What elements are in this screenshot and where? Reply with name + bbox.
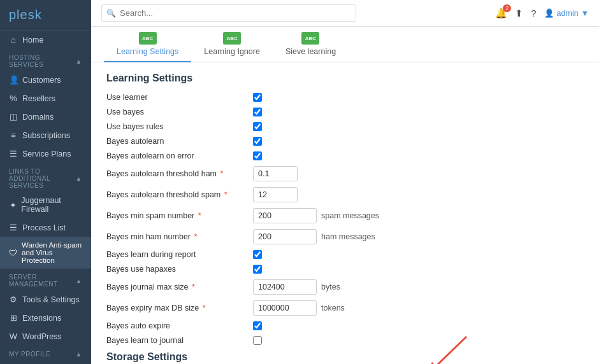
content-area: Learning Settings Use learner Use bayes … — [91, 62, 599, 364]
domains-icon: ◫ — [9, 112, 18, 122]
extensions-icon: ⊞ — [9, 313, 18, 323]
tab-sieve-learning[interactable]: ABC Sieve learning — [273, 27, 349, 62]
form-row-threshold-ham: Bayes autolearn threshold ham * — [106, 166, 584, 181]
tab-learning-ignore[interactable]: ABC Learning Ignore — [191, 27, 273, 62]
label-threshold-ham: Bayes autolearn threshold ham * — [106, 169, 253, 178]
input-expiry-max-db[interactable] — [253, 300, 317, 316]
sidebar-section-profile: My Profile ▲ — [0, 346, 91, 360]
form-row-use-bayes-rules: Use bayes rules — [106, 122, 584, 131]
input-journal-max-size[interactable] — [253, 279, 317, 295]
label-bayes-autolearn: Bayes autolearn — [106, 137, 253, 146]
checkbox-use-bayes[interactable] — [253, 108, 262, 116]
tools-icon: ⚙ — [9, 295, 18, 304]
search-wrap: 🔍 — [101, 4, 356, 22]
home-icon: ⌂ — [9, 35, 18, 45]
form-row-min-spam: Bayes min spam number * spam messages — [106, 208, 584, 223]
updates-icon[interactable]: ⬆ — [515, 8, 523, 19]
help-icon[interactable]: ? — [531, 8, 536, 18]
label-learn-during-report: Bayes learn during report — [106, 250, 253, 259]
sidebar-item-extensions[interactable]: ⊞ Extensions — [0, 309, 91, 327]
sidebar-item-service-plans[interactable]: ☰ Service Plans — [0, 144, 91, 163]
checkbox-learn-to-journal[interactable] — [253, 336, 262, 345]
app-logo: plesk — [0, 0, 91, 31]
suffix-ham: ham messages — [321, 232, 375, 241]
search-input[interactable] — [101, 4, 356, 22]
checkbox-bayes-autolearn-on-error[interactable] — [253, 151, 262, 160]
sidebar-item-tools[interactable]: ⚙ Tools & Settings — [0, 290, 91, 309]
label-use-bayes: Use bayes — [106, 108, 253, 116]
page-title: Learning Settings — [106, 73, 584, 84]
sidebar-item-wordpress[interactable]: W WordPress — [0, 327, 91, 346]
search-icon: 🔍 — [106, 9, 116, 18]
sidebar-item-customers[interactable]: 👤 Customers — [0, 71, 91, 89]
form-row-journal-max-size: Bayes journal max size * bytes — [106, 279, 584, 295]
sidebar: plesk ⌂ Home Hosting Services ▲ 👤 Custom… — [0, 0, 91, 364]
form-area: Learning Settings Use learner Use bayes … — [91, 62, 599, 364]
form-row-min-ham: Bayes min ham number * ham messages — [106, 229, 584, 244]
sidebar-item-home[interactable]: ⌂ Home — [0, 31, 91, 49]
juggernaut-icon: ✦ — [9, 200, 17, 210]
label-use-bayes-rules: Use bayes rules — [106, 122, 253, 131]
customers-icon: 👤 — [9, 75, 18, 85]
tab-icon-learning: ABC — [139, 32, 157, 45]
storage-section-title: Storage Settings — [106, 351, 584, 363]
sidebar-item-domains[interactable]: ◫ Domains — [0, 108, 91, 126]
topbar: 🔍 🔔 2 ⬆ ? 👤 admin ▼ — [91, 0, 599, 27]
sidebar-item-subscriptions[interactable]: ≡ Subscriptions — [0, 126, 91, 144]
topbar-right: 🔔 2 ⬆ ? 👤 admin ▼ — [495, 8, 589, 19]
form-row-expiry-max-db: Bayes expiry max DB size * tokens — [106, 300, 584, 316]
sidebar-item-warden[interactable]: 🛡 Warden Anti-spam and Virus Protection — [0, 237, 91, 269]
checkbox-learn-during-report[interactable] — [253, 250, 262, 259]
form-row-hapaxes: Bayes use hapaxes — [106, 265, 584, 274]
sidebar-item-process-list[interactable]: ☰ Process List — [0, 218, 91, 237]
chevron-up-icon2: ▲ — [76, 175, 82, 182]
subscriptions-icon: ≡ — [9, 130, 18, 140]
suffix-spam: spam messages — [321, 211, 379, 220]
label-threshold-spam: Bayes autolearn threshold spam * — [106, 190, 253, 199]
input-min-spam[interactable] — [253, 208, 317, 223]
label-min-spam: Bayes min spam number * — [106, 211, 253, 220]
label-hapaxes: Bayes use hapaxes — [106, 265, 253, 274]
notification-badge: 2 — [503, 4, 511, 12]
input-threshold-spam[interactable] — [253, 187, 298, 202]
input-min-ham[interactable] — [253, 229, 317, 244]
label-bayes-autolearn-on-error: Bayes autolearn on error — [106, 151, 253, 160]
warden-icon: 🛡 — [9, 248, 17, 258]
form-row-learn-to-journal: Bayes learn to journal — [106, 336, 584, 345]
input-threshold-ham[interactable] — [253, 166, 298, 181]
chevron-up-icon: ▲ — [76, 58, 82, 65]
sidebar-item-juggernaut[interactable]: ✦ Juggernaut Firewall — [0, 192, 91, 218]
tab-learning-settings[interactable]: ABC Learning Settings — [104, 27, 191, 62]
label-auto-expire: Bayes auto expire — [106, 321, 253, 330]
tab-icon-sieve: ABC — [301, 32, 319, 45]
notifications-icon[interactable]: 🔔 2 — [495, 8, 507, 19]
checkbox-use-learner[interactable] — [253, 93, 262, 102]
service-plans-icon: ☰ — [9, 149, 18, 158]
form-row-bayes-autolearn: Bayes autolearn — [106, 137, 584, 146]
chevron-up-icon3: ▲ — [76, 277, 82, 284]
sidebar-item-resellers[interactable]: % Resellers — [0, 89, 91, 108]
suffix-expiry: tokens — [321, 304, 345, 312]
label-expiry-max-db: Bayes expiry max DB size * — [106, 304, 253, 312]
form-row-threshold-spam: Bayes autolearn threshold spam * — [106, 187, 584, 202]
form-row-use-learner: Use learner — [106, 93, 584, 102]
checkbox-auto-expire[interactable] — [253, 321, 262, 330]
admin-link[interactable]: 👤 admin ▼ — [544, 8, 589, 18]
sidebar-section-links: Links to Additional Services ▲ — [0, 163, 91, 192]
wordpress-icon: W — [9, 332, 18, 341]
form-row-use-bayes: Use bayes — [106, 108, 584, 116]
tab-icon-ignore: ABC — [223, 32, 241, 45]
suffix-journal: bytes — [321, 283, 340, 291]
label-use-learner: Use learner — [106, 93, 253, 102]
sidebar-item-profile[interactable]: 👤 Profile & Preferences — [0, 360, 91, 364]
label-min-ham: Bayes min ham number * — [106, 232, 253, 241]
label-learn-to-journal: Bayes learn to journal — [106, 336, 253, 345]
checkbox-use-bayes-rules[interactable] — [253, 122, 262, 131]
process-list-icon: ☰ — [9, 223, 18, 232]
chevron-up-icon4: ▲ — [76, 351, 82, 358]
checkbox-hapaxes[interactable] — [253, 265, 262, 274]
checkbox-bayes-autolearn[interactable] — [253, 137, 262, 146]
form-row-auto-expire: Bayes auto expire — [106, 321, 584, 330]
resellers-icon: % — [9, 94, 18, 103]
sidebar-section-hosting: Hosting Services ▲ — [0, 49, 91, 71]
